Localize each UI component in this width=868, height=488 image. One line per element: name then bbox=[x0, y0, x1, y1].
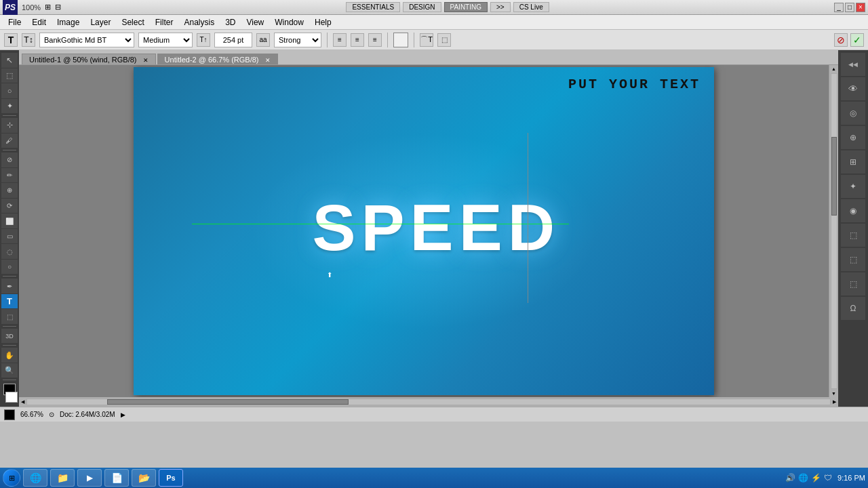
anti-alias-select[interactable]: Strong bbox=[274, 33, 321, 47]
tool-pen[interactable]: ✒ bbox=[1, 279, 18, 293]
panel-layers[interactable]: ⬚ bbox=[841, 224, 865, 247]
menu-layer[interactable]: Layer bbox=[85, 16, 116, 28]
tool-crop[interactable]: ⊹ bbox=[1, 118, 18, 133]
text-tool-icon[interactable]: T bbox=[4, 33, 18, 47]
tool-clone[interactable]: ⊕ bbox=[1, 183, 18, 198]
align-left-icon[interactable]: ≡ bbox=[333, 33, 347, 47]
cancel-type-button[interactable]: ⊘ bbox=[834, 33, 848, 47]
tool-zoom[interactable]: 🔍 bbox=[1, 363, 18, 378]
font-family-select[interactable]: BankGothic Md BT bbox=[39, 33, 134, 47]
screen-mode-icon[interactable]: ⊞ bbox=[45, 3, 51, 12]
ws-more[interactable]: >> bbox=[490, 2, 511, 12]
menu-image[interactable]: Image bbox=[52, 16, 85, 28]
hscroll-track[interactable] bbox=[26, 399, 831, 405]
cs-live-button[interactable]: CS Live bbox=[513, 2, 549, 12]
arrangement-icon[interactable]: ⊟ bbox=[55, 3, 61, 12]
tool-blur[interactable]: ◌ bbox=[1, 244, 18, 259]
ws-design[interactable]: DESIGN bbox=[403, 2, 441, 12]
tool-3d[interactable]: 3D bbox=[1, 329, 18, 344]
panel-tools-toggle[interactable]: ◀◀ bbox=[841, 53, 865, 76]
tab-untitled-1[interactable]: Untitled-1 @ 50% (wind, RGB/8) ✕ bbox=[22, 54, 156, 64]
menu-select[interactable]: Select bbox=[116, 16, 149, 28]
divider-3 bbox=[414, 33, 414, 47]
align-center-icon[interactable]: ≡ bbox=[351, 33, 364, 47]
vscroll-down[interactable]: ▼ bbox=[830, 390, 837, 397]
taskbar-app-doc[interactable]: 📄 bbox=[104, 469, 129, 487]
taskbar-app-file[interactable]: 📁 bbox=[50, 469, 75, 487]
hscroll-left[interactable]: ◀ bbox=[19, 399, 26, 405]
foreground-swatch[interactable] bbox=[4, 409, 15, 420]
tray-power[interactable]: ⚡ bbox=[811, 473, 821, 483]
character-panel-icon[interactable]: ⬚ bbox=[437, 33, 451, 47]
menu-window[interactable]: Window bbox=[269, 16, 309, 28]
vertical-scrollbar[interactable]: ▲ ▼ bbox=[829, 65, 838, 397]
ws-painting[interactable]: PAINTING bbox=[444, 2, 488, 12]
menu-analysis[interactable]: Analysis bbox=[178, 16, 220, 28]
panel-sphere[interactable]: ◉ bbox=[841, 199, 865, 222]
ws-essentials[interactable]: ESSENTIALS bbox=[346, 2, 400, 12]
panel-history[interactable]: Ω bbox=[841, 297, 865, 320]
panel-grid[interactable]: ⊞ bbox=[841, 150, 865, 174]
hscroll-right[interactable]: ▶ bbox=[831, 399, 838, 405]
panel-eyeball[interactable]: 👁 bbox=[841, 77, 865, 100]
tool-hand[interactable]: ✋ bbox=[1, 348, 18, 363]
tray-volume[interactable]: 🔊 bbox=[785, 473, 795, 483]
sep-1 bbox=[3, 115, 16, 116]
tool-gradient[interactable]: ▭ bbox=[1, 229, 18, 244]
tray-network[interactable]: 🌐 bbox=[798, 473, 808, 483]
font-style-select[interactable]: Medium bbox=[138, 33, 193, 47]
warp-text-icon[interactable]: ⌒T bbox=[420, 33, 433, 47]
close-tab-1[interactable]: ✕ bbox=[143, 57, 149, 64]
taskbar-app-folder[interactable]: 📂 bbox=[132, 469, 156, 487]
tool-move[interactable]: ↖ bbox=[1, 53, 18, 68]
start-button[interactable]: ⊞ bbox=[3, 469, 20, 487]
tool-text[interactable]: T bbox=[1, 294, 18, 309]
window-controls: _ □ × bbox=[834, 3, 865, 12]
tool-eraser[interactable]: ⬜ bbox=[1, 214, 18, 228]
hscroll-thumb[interactable] bbox=[107, 399, 348, 405]
align-right-icon[interactable]: ≡ bbox=[368, 33, 382, 47]
menu-filter[interactable]: Filter bbox=[150, 16, 179, 28]
background-color[interactable] bbox=[5, 392, 18, 403]
tool-eyedropper[interactable]: 🖋 bbox=[1, 134, 18, 148]
tool-marquee-rect[interactable]: ⬚ bbox=[1, 68, 18, 83]
panel-transform[interactable]: ⊕ bbox=[841, 126, 865, 149]
tab-untitled-2[interactable]: Untitled-2 @ 66.7% (RGB/8) ✕ bbox=[157, 54, 278, 64]
canvas-main-text: SPEED bbox=[313, 190, 560, 265]
tool-lasso[interactable]: ○ bbox=[1, 83, 18, 98]
text-orientation-icon[interactable]: T↕ bbox=[22, 33, 35, 47]
vscroll-up[interactable]: ▲ bbox=[830, 65, 837, 73]
maximize-button[interactable]: □ bbox=[845, 3, 854, 12]
tool-magic-wand[interactable]: ✦ bbox=[1, 99, 18, 114]
menu-edit[interactable]: Edit bbox=[26, 16, 52, 28]
taskbar-app-ps[interactable]: Ps bbox=[159, 469, 183, 487]
options-bar: T T↕ BankGothic Md BT Medium T↑ aa Stron… bbox=[0, 30, 868, 50]
horizontal-scrollbar[interactable]: ◀ ▶ bbox=[19, 397, 838, 407]
menu-3d[interactable]: 3D bbox=[220, 16, 241, 28]
vscroll-thumb[interactable] bbox=[831, 137, 837, 216]
tool-shape[interactable]: ⬚ bbox=[1, 309, 18, 324]
minimize-button[interactable]: _ bbox=[834, 3, 844, 12]
menu-view[interactable]: View bbox=[241, 16, 269, 28]
panel-channels[interactable]: ⬚ bbox=[841, 248, 865, 271]
font-size-input[interactable] bbox=[214, 33, 252, 47]
tray-security[interactable]: 🛡 bbox=[824, 473, 832, 483]
close-tab-2[interactable]: ✕ bbox=[265, 57, 271, 64]
taskbar-app-ie[interactable]: 🌐 bbox=[23, 469, 47, 487]
taskbar-app-media[interactable]: ▶ bbox=[77, 469, 102, 487]
panel-camera[interactable]: ◎ bbox=[841, 102, 865, 125]
tool-dodge[interactable]: ○ bbox=[1, 260, 18, 274]
close-button[interactable]: × bbox=[856, 3, 865, 12]
confirm-type-button[interactable]: ✓ bbox=[850, 33, 864, 47]
panel-adjustments[interactable]: ⬚ bbox=[841, 272, 865, 296]
menu-help[interactable]: Help bbox=[309, 16, 337, 28]
canvas-viewport[interactable]: PUT YOUR TEXT SPEED ⬆ bbox=[19, 65, 829, 397]
text-color-box[interactable] bbox=[393, 33, 408, 47]
tool-spot-heal[interactable]: ⊘ bbox=[1, 152, 18, 167]
tool-history-brush[interactable]: ⟳ bbox=[1, 199, 18, 214]
vscroll-track[interactable] bbox=[831, 73, 837, 389]
menu-file[interactable]: File bbox=[3, 16, 26, 28]
panel-star[interactable]: ✦ bbox=[841, 175, 865, 198]
nav-arrow[interactable]: ▶ bbox=[121, 411, 125, 418]
tool-brush[interactable]: ✏ bbox=[1, 168, 18, 183]
